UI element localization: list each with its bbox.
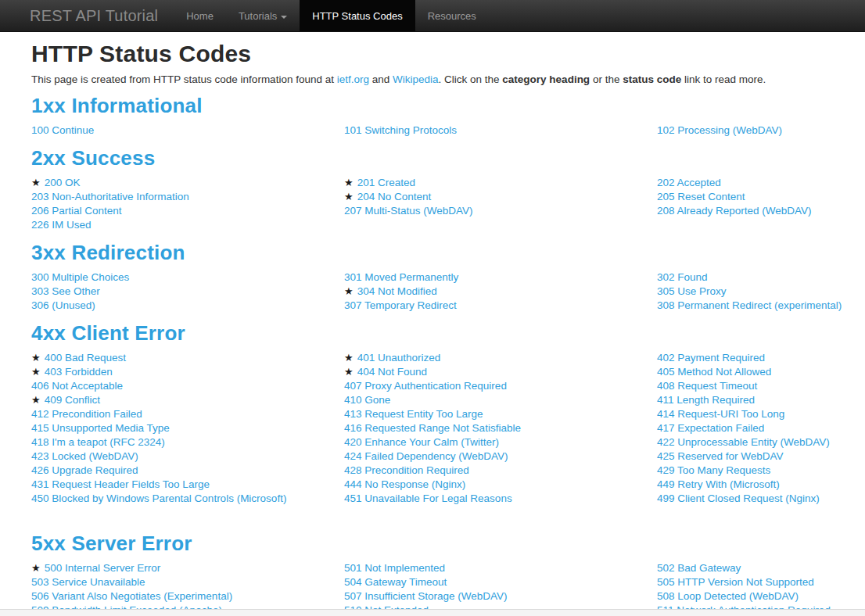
- status-code-link-305[interactable]: 305 Use Proxy: [657, 285, 727, 297]
- status-code-item: ★200 OK: [31, 176, 344, 190]
- status-code-link-406[interactable]: 406 Not Acceptable: [31, 380, 123, 392]
- status-code-item: 408 Request Timeout: [657, 379, 834, 393]
- status-code-link-407[interactable]: 407 Proxy Authentication Required: [344, 380, 507, 392]
- category-heading-link-1xx-informational[interactable]: 1xx Informational: [31, 94, 203, 117]
- status-code-link-411[interactable]: 411 Length Required: [657, 394, 755, 406]
- nav-item-http-status-codes[interactable]: HTTP Status Codes: [300, 0, 415, 31]
- status-code-link-422[interactable]: 422 Unprocessable Entity (WebDAV): [657, 436, 830, 448]
- status-code-link-206[interactable]: 206 Partial Content: [31, 205, 122, 217]
- status-code-link-303[interactable]: 303 See Other: [31, 285, 100, 297]
- section-5xx-server-error: 5xx Server Error★500 Internal Server Err…: [31, 532, 834, 616]
- status-code-link-204[interactable]: 204 No Content: [357, 191, 432, 202]
- status-code-link-100[interactable]: 100 Continue: [31, 124, 94, 136]
- status-code-link-202[interactable]: 202 Accepted: [657, 177, 721, 188]
- status-code-item: 503 Service Unavailable: [31, 575, 344, 589]
- category-heading-link-5xx-server-error[interactable]: 5xx Server Error: [31, 532, 192, 555]
- status-code-item: 303 See Other: [31, 285, 344, 299]
- status-code-link-101[interactable]: 101 Switching Protocols: [344, 124, 457, 136]
- intro-link-wikipedia[interactable]: Wikipedia: [393, 73, 439, 85]
- section-columns: 300 Multiple Choices303 See Other306 (Un…: [31, 270, 834, 313]
- status-code-column-3: 402 Payment Required405 Method Not Allow…: [657, 351, 834, 506]
- status-code-link-304[interactable]: 304 Not Modified: [357, 285, 437, 297]
- status-code-link-501[interactable]: 501 Not Implemented: [344, 562, 445, 574]
- status-code-link-428[interactable]: 428 Precondition Required: [344, 464, 469, 476]
- section-columns: ★500 Internal Server Error503 Service Un…: [31, 561, 834, 616]
- status-code-link-200[interactable]: 200 OK: [45, 177, 81, 188]
- status-code-link-405[interactable]: 405 Method Not Allowed: [657, 366, 771, 378]
- section-2xx-success: 2xx Success★200 OK203 Non-Authoritative …: [31, 146, 834, 232]
- status-code-link-413[interactable]: 413 Request Entity Too Large: [344, 408, 483, 420]
- status-code-link-507[interactable]: 507 Insufficient Storage (WebDAV): [344, 590, 508, 602]
- top10-star-icon: ★: [31, 352, 41, 364]
- nav-item-home[interactable]: Home: [174, 0, 226, 31]
- status-code-column-2: 301 Moved Permanently★304 Not Modified30…: [344, 270, 657, 313]
- section-columns: 100 Continue101 Switching Protocols102 P…: [31, 124, 834, 138]
- status-code-link-500[interactable]: 500 Internal Server Error: [45, 562, 161, 574]
- status-code-link-201[interactable]: 201 Created: [357, 177, 415, 188]
- section-4xx-client-error: 4xx Client Error★400 Bad Request★403 For…: [31, 321, 834, 506]
- status-code-link-449[interactable]: 449 Retry With (Microsoft): [657, 478, 780, 490]
- category-heading-link-3xx-redirection[interactable]: 3xx Redirection: [31, 241, 185, 264]
- status-code-link-506[interactable]: 506 Variant Also Negotiates (Experimenta…: [31, 590, 232, 602]
- top10-star-icon: ★: [344, 285, 354, 297]
- brand-link[interactable]: REST API Tutorial: [0, 0, 174, 31]
- status-code-link-416[interactable]: 416 Requested Range Not Satisfiable: [344, 422, 521, 434]
- status-code-link-423[interactable]: 423 Locked (WebDAV): [31, 450, 138, 462]
- page-title: HTTP Status Codes: [31, 41, 834, 67]
- status-code-link-207[interactable]: 207 Multi-Status (WebDAV): [344, 205, 473, 217]
- status-code-link-505[interactable]: 505 HTTP Version Not Supported: [657, 576, 814, 588]
- status-code-link-502[interactable]: 502 Bad Gateway: [657, 562, 741, 574]
- category-heading-link-4xx-client-error[interactable]: 4xx Client Error: [31, 321, 185, 345]
- status-code-column-1: 300 Multiple Choices303 See Other306 (Un…: [31, 270, 344, 313]
- status-code-link-504[interactable]: 504 Gateway Timeout: [344, 576, 447, 588]
- status-code-link-412[interactable]: 412 Precondition Failed: [31, 408, 142, 420]
- status-code-item: 302 Found: [657, 270, 842, 285]
- status-code-link-306[interactable]: 306 (Unused): [31, 299, 95, 311]
- status-code-link-508[interactable]: 508 Loop Detected (WebDAV): [657, 590, 799, 602]
- status-code-link-408[interactable]: 408 Request Timeout: [657, 380, 757, 392]
- status-code-column-2: ★201 Created★204 No Content207 Multi-Sta…: [344, 176, 657, 232]
- nav-item-resources[interactable]: Resources: [415, 0, 489, 31]
- status-code-link-404[interactable]: 404 Not Found: [357, 366, 427, 378]
- status-code-item: 101 Switching Protocols: [344, 124, 657, 138]
- status-code-link-425[interactable]: 425 Reserved for WebDAV: [657, 450, 784, 462]
- status-code-link-401[interactable]: 401 Unauthorized: [357, 352, 441, 364]
- category-heading-link-2xx-success[interactable]: 2xx Success: [31, 146, 155, 170]
- status-code-link-203[interactable]: 203 Non-Authoritative Information: [31, 191, 189, 202]
- status-code-link-424[interactable]: 424 Failed Dependency (WebDAV): [344, 450, 508, 462]
- status-code-link-226[interactable]: 226 IM Used: [31, 219, 92, 231]
- nav-item-tutorials[interactable]: Tutorials: [226, 0, 300, 31]
- status-code-link-208[interactable]: 208 Already Reported (WebDAV): [657, 205, 812, 217]
- status-code-item: 402 Payment Required: [657, 351, 834, 365]
- status-code-link-429[interactable]: 429 Too Many Requests: [657, 464, 770, 476]
- status-code-link-503[interactable]: 503 Service Unavailable: [31, 576, 145, 588]
- status-code-link-431[interactable]: 431 Request Header Fields Too Large: [31, 478, 210, 490]
- status-code-link-403[interactable]: 403 Forbidden: [45, 366, 113, 378]
- status-code-link-400[interactable]: 400 Bad Request: [45, 352, 126, 364]
- status-code-item: 507 Insufficient Storage (WebDAV): [344, 589, 657, 603]
- status-code-link-308[interactable]: 308 Permanent Redirect (experimental): [657, 299, 842, 311]
- status-code-link-450[interactable]: 450 Blocked by Windows Parental Controls…: [31, 492, 286, 504]
- status-code-link-417[interactable]: 417 Expectation Failed: [657, 422, 764, 434]
- status-code-link-444[interactable]: 444 No Response (Nginx): [344, 478, 465, 490]
- status-code-column-1: ★400 Bad Request★403 Forbidden406 Not Ac…: [31, 351, 344, 506]
- status-code-link-409[interactable]: 409 Conflict: [45, 394, 100, 406]
- status-code-link-415[interactable]: 415 Unsupported Media Type: [31, 422, 170, 434]
- status-code-link-300[interactable]: 300 Multiple Choices: [31, 271, 129, 283]
- status-code-link-451[interactable]: 451 Unavailable For Legal Reasons: [344, 492, 512, 504]
- status-code-item: 412 Precondition Failed: [31, 407, 344, 421]
- intro-link-ietf-org[interactable]: ietf.org: [337, 73, 369, 85]
- status-code-link-418[interactable]: 418 I'm a teapot (RFC 2324): [31, 436, 165, 448]
- status-code-link-426[interactable]: 426 Upgrade Required: [31, 464, 138, 476]
- status-code-item: 449 Retry With (Microsoft): [657, 478, 834, 492]
- status-code-link-205[interactable]: 205 Reset Content: [657, 191, 745, 202]
- status-code-link-301[interactable]: 301 Moved Permanently: [344, 271, 458, 283]
- status-code-link-414[interactable]: 414 Request-URI Too Long: [657, 408, 784, 420]
- status-code-link-302[interactable]: 302 Found: [657, 271, 708, 283]
- status-code-link-420[interactable]: 420 Enhance Your Calm (Twitter): [344, 436, 499, 448]
- status-code-link-402[interactable]: 402 Payment Required: [657, 352, 765, 364]
- status-code-link-499[interactable]: 499 Client Closed Request (Nginx): [657, 492, 820, 504]
- status-code-link-102[interactable]: 102 Processing (WebDAV): [657, 124, 782, 136]
- status-code-link-410[interactable]: 410 Gone: [344, 394, 390, 406]
- status-code-link-307[interactable]: 307 Temporary Redirect: [344, 299, 457, 311]
